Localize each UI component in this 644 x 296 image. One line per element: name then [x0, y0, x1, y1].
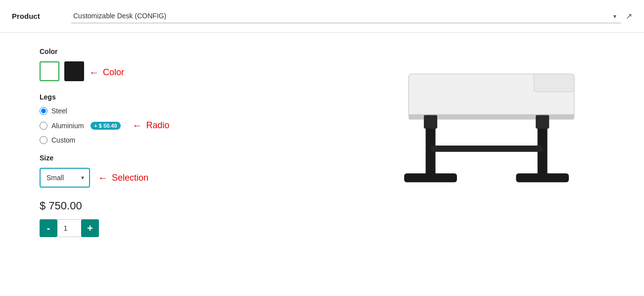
config-panel: Color ← Color Legs Steel	[40, 48, 326, 237]
arrow-left-icon: ←	[89, 67, 99, 78]
svg-rect-4	[404, 173, 457, 182]
color-annotation: ← Color	[89, 67, 124, 78]
size-section: Size Small Medium Large ▾ ← Selection	[40, 154, 326, 188]
size-select-wrapper: Small Medium Large ▾	[40, 168, 90, 188]
quantity-plus-button[interactable]: +	[81, 219, 99, 237]
svg-rect-9	[430, 146, 542, 152]
svg-rect-1	[534, 74, 574, 92]
svg-rect-8	[536, 115, 549, 129]
color-section: Color ← Color	[40, 48, 326, 83]
legs-option-custom: Custom	[40, 136, 326, 144]
product-select[interactable]: Customizable Desk (CONFIG)	[71, 9, 621, 23]
header-row: Product Customizable Desk (CONFIG) ▾ ↗	[0, 0, 644, 33]
size-annotation: ← Selection	[98, 172, 148, 184]
product-image-panel	[346, 48, 632, 237]
radio-options: Steel Aluminium + $ 50.40 ← Radio Custom	[40, 107, 326, 144]
color-swatch-white[interactable]	[40, 61, 59, 81]
radio-label-custom: Custom	[51, 136, 75, 144]
radio-steel[interactable]	[40, 107, 47, 115]
radio-aluminium[interactable]	[40, 122, 47, 130]
color-options	[40, 61, 84, 81]
arrow-left-size-icon: ←	[98, 172, 108, 184]
quantity-row: - +	[40, 219, 326, 237]
color-section-title: Color	[40, 48, 326, 55]
size-select[interactable]: Small Medium Large	[40, 168, 90, 188]
desk-image	[395, 52, 583, 221]
product-label: Product	[12, 12, 71, 20]
svg-rect-7	[424, 115, 437, 129]
radio-label-aluminium: Aluminium	[51, 122, 84, 130]
svg-rect-6	[516, 173, 569, 182]
quantity-input[interactable]	[57, 219, 81, 237]
arrow-left-radio-icon: ←	[133, 120, 142, 131]
radio-custom[interactable]	[40, 136, 47, 144]
radio-annotation: ← Radio	[133, 120, 170, 131]
legs-section-title: Legs	[40, 93, 326, 101]
price-badge-aluminium: + $ 50.40	[91, 122, 120, 130]
legs-option-steel: Steel	[40, 107, 326, 115]
external-link-icon[interactable]: ↗	[626, 11, 632, 21]
quantity-minus-button[interactable]: -	[40, 219, 57, 237]
product-select-wrapper: Customizable Desk (CONFIG) ▾ ↗	[71, 9, 632, 23]
size-section-title: Size	[40, 154, 326, 162]
price-display: $ 750.00	[40, 199, 326, 212]
legs-section: Legs Steel Aluminium + $ 50.40 ← Radio	[40, 93, 326, 144]
radio-label-steel: Steel	[51, 107, 67, 115]
legs-option-aluminium: Aluminium + $ 50.40 ← Radio	[40, 120, 326, 131]
color-swatch-black[interactable]	[64, 61, 84, 81]
main-content: Color ← Color Legs Steel	[0, 33, 644, 249]
